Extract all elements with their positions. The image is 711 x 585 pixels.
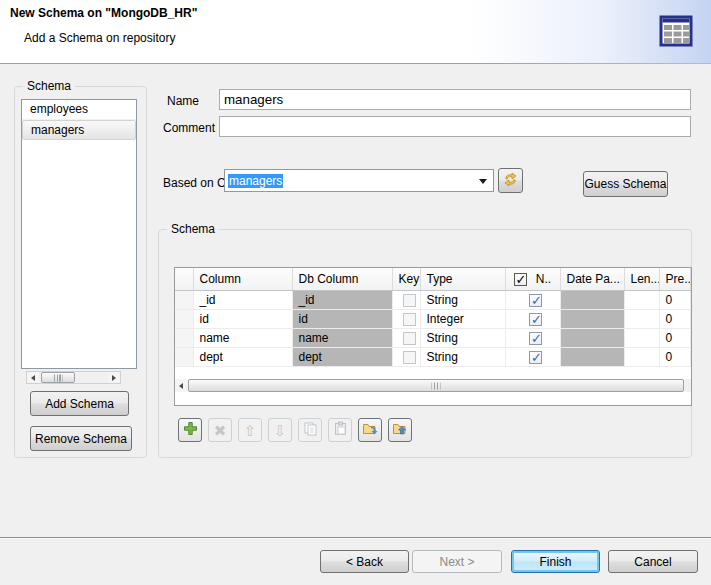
cell-date-pattern (560, 347, 624, 366)
paste-button (328, 418, 352, 442)
table-row: dept dept String 0 (175, 347, 691, 366)
arrow-up-icon: ⇧ (244, 423, 257, 438)
new-schema-dialog: New Schema on "MongoDB_HR" Add a Schema … (0, 0, 711, 585)
comment-label: Comment (163, 121, 215, 135)
wizard-banner: New Schema on "MongoDB_HR" Add a Schema … (0, 0, 711, 64)
col-header-type[interactable]: Type (420, 268, 505, 290)
cell-precision[interactable]: 0 (659, 309, 691, 328)
table-grid-icon (659, 15, 695, 52)
scrollbar-thumb[interactable] (41, 372, 75, 383)
dialog-title: New Schema on "MongoDB_HR" (10, 6, 197, 20)
col-header-nullable[interactable]: N.. (505, 268, 560, 290)
cell-type[interactable]: String (420, 328, 505, 347)
col-header-column[interactable]: Column (193, 268, 292, 290)
export-schema-button[interactable] (358, 418, 382, 442)
export-folder-icon (362, 421, 379, 440)
cell-length[interactable] (624, 328, 659, 347)
dialog-subtitle: Add a Schema on repository (24, 31, 175, 45)
schema-list[interactable]: employees managers (21, 99, 137, 369)
chevron-down-icon[interactable] (479, 179, 487, 184)
remove-schema-button[interactable]: Remove Schema (30, 426, 132, 451)
plus-icon (183, 421, 198, 439)
list-item-employees[interactable]: employees (22, 100, 136, 120)
collection-selected-text: managers (228, 174, 283, 188)
table-row: _id _id String 0 (175, 290, 691, 309)
comment-input[interactable] (219, 116, 691, 137)
back-button[interactable]: < Back (320, 550, 409, 573)
cell-column[interactable]: id (193, 309, 292, 328)
cell-date-pattern (560, 290, 624, 309)
list-item-managers[interactable]: managers (22, 120, 136, 140)
next-button: Next > (412, 550, 502, 573)
copy-icon (303, 421, 318, 439)
guess-schema-button[interactable]: Guess Schema (583, 171, 668, 197)
scroll-left-icon[interactable] (27, 372, 39, 383)
cell-type[interactable]: String (420, 290, 505, 309)
move-up-button: ⇧ (238, 418, 262, 442)
cell-db-column: name (292, 328, 392, 347)
schema-table-group-label: Schema (167, 222, 219, 236)
key-checkbox[interactable] (403, 332, 416, 345)
cell-length[interactable] (624, 347, 659, 366)
cancel-button[interactable]: Cancel (608, 550, 698, 573)
cell-column[interactable]: _id (193, 290, 292, 309)
cell-column[interactable]: dept (193, 347, 292, 366)
cell-type[interactable]: Integer (420, 309, 505, 328)
sync-icon (502, 171, 519, 191)
name-input[interactable] (219, 89, 691, 110)
cell-precision[interactable]: 0 (659, 328, 691, 347)
cell-type[interactable]: String (420, 347, 505, 366)
table-row: name name String 0 (175, 328, 691, 347)
footer-divider (0, 537, 711, 539)
cell-db-column: _id (292, 290, 392, 309)
col-header-db-column[interactable]: Db Column (292, 268, 392, 290)
cell-column[interactable]: name (193, 328, 292, 347)
key-checkbox[interactable] (403, 313, 416, 326)
schema-list-group-label: Schema (23, 79, 75, 93)
nullable-checkbox[interactable] (529, 332, 542, 345)
move-down-button: ⇩ (268, 418, 292, 442)
paste-icon (333, 421, 348, 439)
delete-x-icon: ✖ (214, 423, 227, 438)
key-checkbox[interactable] (403, 294, 416, 307)
scroll-right-icon[interactable] (108, 372, 120, 383)
table-hscrollbar[interactable] (175, 379, 691, 392)
cell-precision[interactable]: 0 (659, 347, 691, 366)
finish-button[interactable]: Finish (511, 550, 600, 573)
col-header-precision[interactable]: Pre... (659, 268, 691, 290)
cell-precision[interactable]: 0 (659, 290, 691, 309)
cell-date-pattern (560, 309, 624, 328)
add-schema-button[interactable]: Add Schema (30, 391, 129, 416)
cell-length[interactable] (624, 309, 659, 328)
add-row-button[interactable] (178, 418, 202, 442)
table-row: id id Integer 0 (175, 309, 691, 328)
refresh-collections-button[interactable] (498, 168, 523, 193)
nullable-checkbox[interactable] (529, 294, 542, 307)
col-header-length[interactable]: Len... (624, 268, 659, 290)
schema-list-hscrollbar[interactable] (26, 371, 121, 384)
key-checkbox[interactable] (403, 351, 416, 364)
cell-db-column: dept (292, 347, 392, 366)
col-header-date-pattern[interactable]: Date Pa... (560, 268, 624, 290)
scrollbar-thumb[interactable] (188, 379, 684, 392)
col-header-key[interactable]: Key (392, 268, 420, 290)
cell-length[interactable] (624, 290, 659, 309)
collection-combobox[interactable]: managers (224, 169, 494, 192)
scroll-left-icon[interactable] (175, 379, 187, 392)
name-label: Name (167, 94, 199, 108)
nullable-checkbox[interactable] (529, 313, 542, 326)
schema-table: Column Db Column Key Type N.. Date Pa...… (174, 267, 692, 406)
nullable-checkbox[interactable] (529, 351, 542, 364)
import-schema-button[interactable] (388, 418, 412, 442)
cell-date-pattern (560, 328, 624, 347)
remove-row-button: ✖ (208, 418, 232, 442)
copy-button (298, 418, 322, 442)
import-folder-icon (392, 421, 409, 440)
table-header-row: Column Db Column Key Type N.. Date Pa...… (175, 268, 691, 290)
nullable-select-all-checkbox[interactable] (514, 273, 527, 286)
cell-db-column: id (292, 309, 392, 328)
arrow-down-icon: ⇩ (274, 423, 287, 438)
